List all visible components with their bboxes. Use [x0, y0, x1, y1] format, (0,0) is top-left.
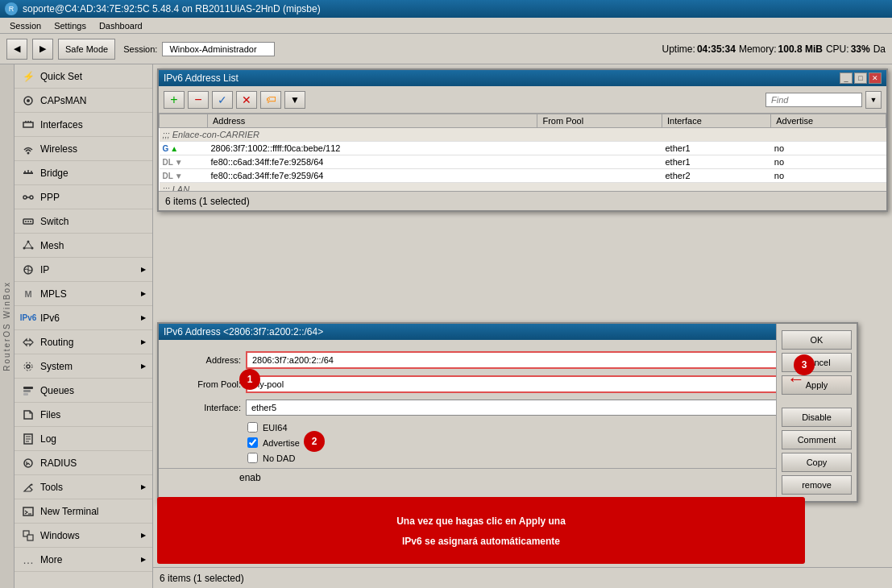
sidebar: RouterOS WinBox ⚡ Quick Set CAPsMAN Inte…: [0, 64, 153, 588]
sidebar-label-mesh: Mesh: [40, 240, 64, 251]
tools-icon: [21, 480, 35, 495]
remove-button[interactable]: −: [188, 91, 209, 109]
enable-label: enab: [239, 472, 261, 483]
remove-button[interactable]: remove: [782, 475, 852, 495]
svg-rect-39: [27, 535, 33, 540]
table-row[interactable]: DL▼fe80::c6ad:34ff:fe7e:9258/64ether1no: [160, 155, 886, 169]
sidebar-item-switch[interactable]: Switch: [15, 209, 152, 234]
system-icon: [21, 359, 35, 374]
interface-row: Interface: ether5 ▼: [168, 400, 847, 416]
address-input[interactable]: [246, 351, 847, 369]
col-address[interactable]: Address: [208, 114, 537, 128]
svg-rect-29: [23, 390, 31, 392]
cpu-value: 33%: [851, 43, 870, 55]
sidebar-item-tools[interactable]: Tools ▶: [15, 475, 152, 499]
sidebar-label-routing: Routing: [40, 337, 73, 348]
sidebar-item-mpls[interactable]: M MPLS ▶: [15, 282, 152, 306]
row-from-pool: [537, 155, 662, 169]
sidebar-item-mesh[interactable]: Mesh: [15, 234, 152, 258]
sidebar-label-system: System: [40, 361, 73, 372]
cpu-label: CPU:: [826, 43, 849, 55]
ipv6-list-close[interactable]: ✕: [869, 72, 882, 84]
svg-point-26: [27, 365, 30, 368]
ipv6-detail-window: IPv6 Address <2806:3f7:a200:2::/64> _ ✕ …: [157, 322, 858, 503]
find-input[interactable]: [765, 93, 862, 107]
sidebar-item-capsman[interactable]: CAPsMAN: [15, 89, 152, 113]
ipv6-list-controls: _ □ ✕: [840, 72, 882, 84]
sidebar-item-quick-set[interactable]: ⚡ Quick Set: [15, 64, 152, 89]
more-icon: …: [21, 553, 35, 567]
row-from-pool: [537, 142, 662, 155]
menu-dashboard[interactable]: Dashboard: [93, 20, 149, 31]
back-button[interactable]: ◀: [6, 39, 27, 60]
disable-button[interactable]: Disable: [782, 408, 852, 427]
address-label: Address:: [168, 355, 241, 365]
sidebar-label-radius: RADIUS: [40, 458, 77, 469]
sidebar-item-new-terminal[interactable]: New Terminal: [15, 499, 152, 524]
eui64-checkbox[interactable]: [247, 422, 258, 433]
filter-button[interactable]: ▼: [284, 91, 305, 109]
svg-rect-28: [23, 387, 33, 389]
col-advertise[interactable]: Advertise: [771, 114, 886, 128]
uptime-label: Uptime:: [662, 43, 695, 55]
log-icon: [21, 432, 35, 446]
add-button[interactable]: +: [164, 91, 185, 109]
comment-button[interactable]: 🏷: [260, 91, 281, 109]
sidebar-item-system[interactable]: System ▶: [15, 354, 152, 379]
ipv6-list-title: IPv6 Address List: [164, 72, 840, 84]
row-flag: DL▼: [160, 169, 208, 183]
windows-arrow: ▶: [141, 532, 146, 539]
sidebar-item-log[interactable]: Log: [15, 427, 152, 451]
advertise-row: Advertise 2: [247, 437, 847, 448]
svg-line-21: [24, 242, 28, 248]
menu-settings[interactable]: Settings: [48, 20, 93, 31]
comment-button[interactable]: Comment: [782, 430, 852, 449]
mpls-icon: M: [21, 287, 35, 301]
row-address: fe80::c6ad:34ff:fe7e:9258/64: [208, 155, 537, 169]
sidebar-item-radius[interactable]: RADIUS: [15, 451, 152, 475]
table-row[interactable]: G▲2806:3f7:1002::ffff:f0ca:bebe/112ether…: [160, 142, 886, 155]
ipv6-list-maximize[interactable]: □: [854, 72, 867, 84]
sidebar-item-routing[interactable]: Routing ▶: [15, 330, 152, 354]
sidebar-item-interfaces[interactable]: Interfaces: [15, 113, 152, 137]
safemode-button[interactable]: Safe Mode: [58, 39, 115, 60]
col-from-pool[interactable]: From Pool: [537, 114, 662, 128]
no-dad-checkbox[interactable]: [247, 453, 258, 463]
from-pool-row: From Pool: my-pool ▼ ▲ 1: [168, 375, 847, 393]
sidebar-label-tools: Tools: [40, 482, 63, 493]
table-row[interactable]: DL▼fe80::c6ad:34ff:fe7e:9259/64ether2no: [160, 169, 886, 183]
ipv6-icon: IPv6: [21, 311, 35, 325]
ipv6-list-minimize[interactable]: _: [840, 72, 853, 84]
table-section-header: ;;; Enlace-con-CARRIER: [160, 128, 886, 142]
advertise-checkbox[interactable]: [247, 437, 258, 448]
memory-value: 100.8 MiB: [778, 43, 823, 55]
sidebar-item-windows[interactable]: Windows ▶: [15, 524, 152, 548]
find-dropdown[interactable]: ▼: [865, 91, 882, 109]
sidebar-item-more[interactable]: … More ▶: [15, 548, 152, 572]
disable-button[interactable]: ✕: [236, 91, 257, 109]
switch-icon: [21, 214, 35, 229]
sidebar-item-bridge[interactable]: Bridge: [15, 161, 152, 185]
ok-button[interactable]: OK: [782, 330, 852, 350]
svg-point-27: [24, 362, 32, 371]
col-flag[interactable]: [160, 114, 208, 128]
enable-button[interactable]: ✓: [212, 91, 233, 109]
sidebar-item-ppp[interactable]: PPP: [15, 185, 152, 209]
menu-session[interactable]: Session: [3, 20, 48, 31]
session-label: Session:: [123, 44, 157, 54]
sidebar-label-ipv6: IPv6: [40, 313, 60, 324]
sidebar-item-ip[interactable]: IP ▶: [15, 258, 152, 282]
forward-button[interactable]: ▶: [32, 39, 53, 60]
sidebar-label-quick-set: Quick Set: [40, 71, 82, 82]
copy-button[interactable]: Copy: [782, 453, 852, 472]
col-interface[interactable]: Interface: [662, 114, 770, 128]
sidebar-item-queues[interactable]: Queues: [15, 379, 152, 403]
ipv6-detail-title: IPv6 Address <2806:3f7:a200:2::/64>: [164, 326, 824, 337]
advertise-label: Advertise: [263, 438, 300, 448]
row-from-pool: [537, 169, 662, 183]
sidebar-item-files[interactable]: Files: [15, 403, 152, 427]
interfaces-icon: [21, 118, 35, 132]
sidebar-label-ip: IP: [40, 264, 49, 275]
sidebar-item-ipv6[interactable]: IPv6 IPv6 ▶: [15, 306, 152, 330]
sidebar-item-wireless[interactable]: Wireless: [15, 137, 152, 161]
